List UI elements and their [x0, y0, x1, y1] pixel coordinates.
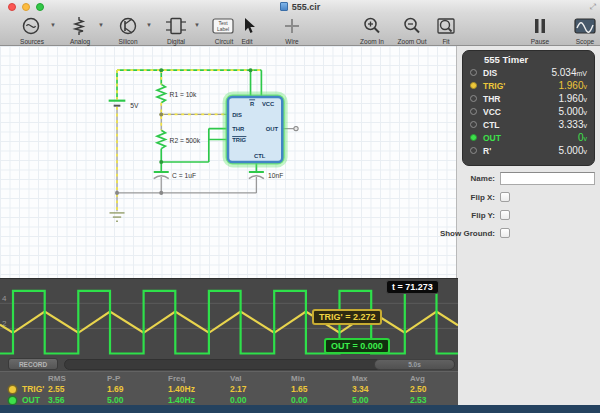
name-input[interactable] — [500, 172, 595, 185]
trace-radio[interactable] — [9, 397, 16, 404]
trig-value-badge: TRIG' = 2.272 — [312, 309, 382, 325]
flipflop-icon — [165, 16, 187, 36]
battery[interactable] — [109, 101, 126, 106]
555-chip[interactable]: R VCC DIS THR TRIG OUT CTL — [225, 94, 284, 164]
flip-x-checkbox[interactable] — [500, 192, 510, 202]
name-label: Name: — [415, 174, 495, 183]
battery-label: 5V — [130, 102, 139, 109]
fullscreen-icon[interactable]: ⤢ — [590, 2, 596, 12]
signal-radio[interactable] — [470, 95, 477, 102]
window-bottom-bar — [0, 405, 600, 413]
window-title: 555.cir — [0, 2, 600, 12]
voltage-source-icon — [21, 16, 43, 36]
pin-dis: DIS — [232, 112, 242, 118]
show-ground-checkbox[interactable] — [500, 228, 510, 238]
signal-radio[interactable] — [470, 69, 477, 76]
signal-row-ctl[interactable]: CTL3.333v — [462, 118, 595, 131]
signal-radio[interactable] — [470, 121, 477, 128]
transistor-icon — [117, 16, 139, 36]
plus-icon — [281, 16, 303, 36]
edit-button[interactable]: Edit — [223, 14, 271, 46]
document-icon — [280, 2, 288, 11]
scope-button[interactable]: Scope — [561, 14, 600, 46]
panel-title: 555 Timer — [484, 54, 528, 65]
col-header-freq: Freq — [168, 374, 185, 383]
digital-button[interactable]: ▼ Digital — [152, 14, 200, 46]
signal-row-r[interactable]: R'5.000v — [462, 144, 595, 157]
flip-y-label: Flip Y: — [415, 211, 495, 220]
pin-vcc: VCC — [262, 101, 275, 107]
toolbar: ▼ Sources ▼ Analog ▼ Silicon ▼ Digital T… — [0, 14, 600, 46]
col-header-val: Val — [230, 374, 242, 383]
time-cursor-badge: t = 71.273 — [386, 280, 439, 294]
fit-icon — [435, 16, 457, 36]
flip-x-label: Flip X: — [415, 193, 495, 202]
col-header-max: Max — [352, 374, 368, 383]
signal-row-vcc[interactable]: VCC5.000v — [462, 105, 595, 118]
col-header-rms: RMS — [48, 374, 66, 383]
trace-radio[interactable] — [9, 386, 16, 393]
signal-radio[interactable] — [470, 82, 477, 89]
wire-button[interactable]: Wire — [268, 14, 316, 46]
signal-radio[interactable] — [470, 134, 477, 141]
col-header-pp: P-P — [107, 374, 120, 383]
fit-button[interactable]: Fit — [422, 14, 470, 46]
signal-row-trig[interactable]: TRIG'1.960v — [462, 79, 595, 92]
app-window: 555.cir ⤢ ▼ Sources ▼ Analog ▼ Silicon ▼… — [0, 0, 600, 413]
out-value-badge: OUT = 0.000 — [324, 338, 390, 354]
title-bar: 555.cir ⤢ — [0, 0, 600, 14]
out-terminal[interactable] — [294, 126, 298, 130]
analog-button[interactable]: ▼ Analog — [56, 14, 104, 46]
col-header-avg: Avg — [410, 374, 425, 383]
c2-label: 10nF — [268, 172, 283, 179]
signal-radio[interactable] — [470, 147, 477, 154]
scope-scrollbar-thumb[interactable]: 5.0s — [374, 359, 455, 370]
svg-text:4: 4 — [2, 294, 7, 303]
r1-label: R1 = 10k — [170, 91, 197, 98]
ground-symbol[interactable] — [109, 213, 124, 221]
pin-out: OUT — [266, 126, 279, 132]
pause-button[interactable]: Pause — [516, 14, 564, 46]
scope-icon — [573, 16, 597, 36]
cursor-icon — [236, 16, 258, 36]
flip-y-checkbox[interactable] — [500, 210, 510, 220]
pin-ctl: CTL — [254, 153, 266, 159]
pause-icon — [529, 16, 551, 36]
pin-trig: TRIG — [232, 137, 246, 143]
pin-thr: THR — [232, 126, 245, 132]
signal-row-dis[interactable]: DIS5.034mV — [462, 66, 595, 79]
signal-row-out[interactable]: OUT0v — [462, 131, 595, 144]
sources-button[interactable]: ▼ Sources — [8, 14, 56, 46]
col-header-min: Min — [291, 374, 305, 383]
show-ground-label: Show Ground: — [415, 229, 495, 238]
c1-label: C = 1uF — [172, 172, 196, 179]
schematic-drawing: R VCC DIS THR TRIG OUT CTL 5V R1 = 10k R… — [0, 46, 456, 278]
zoom-in-icon — [361, 16, 383, 36]
resistor-icon — [69, 16, 91, 36]
signal-row-thr[interactable]: THR1.960v — [462, 92, 595, 105]
record-button[interactable]: RECORD — [8, 358, 58, 370]
zoom-out-icon — [401, 16, 423, 36]
signal-radio[interactable] — [470, 108, 477, 115]
r2-label: R2 = 500k — [170, 137, 201, 144]
scope-scroll-row: RECORD 5.0s — [0, 358, 458, 371]
silicon-button[interactable]: ▼ Silicon — [104, 14, 152, 46]
signal-stats-table: RMS P-P Freq Val Min Max Avg TRIG' 2.55 … — [0, 371, 458, 405]
